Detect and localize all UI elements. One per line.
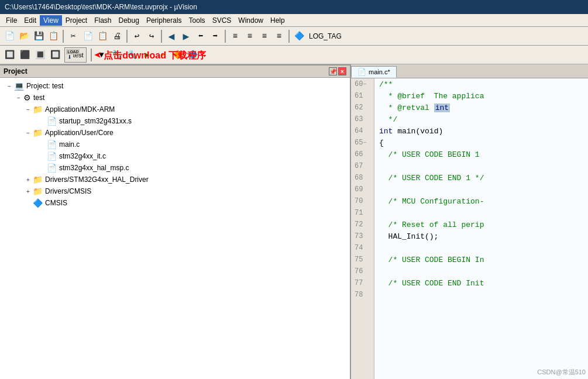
collapse-65[interactable]: − xyxy=(363,140,366,146)
panel-pin-button[interactable]: 📌 xyxy=(329,67,337,75)
hal-driver-label: Drivers/STM32G4xx_HAL_Driver xyxy=(45,175,149,184)
format4-button[interactable]: ≡ xyxy=(272,29,286,43)
tree-item-startup[interactable]: 📄 startup_stm32g431xx.s xyxy=(0,115,350,127)
menu-view[interactable]: View xyxy=(40,15,62,26)
expander-target[interactable]: − xyxy=(14,95,23,101)
panel-close-button[interactable]: × xyxy=(338,67,346,75)
cmsis-driver-label: Drivers/CMSIS xyxy=(45,187,91,195)
expander-mdk-arm[interactable]: − xyxy=(23,106,33,113)
tree-item-it-c[interactable]: 📄 stm32g4xx_it.c xyxy=(0,150,350,162)
code-line-74 xyxy=(379,242,583,254)
project-panel: Project 📌 × − 💻 Project: test − ⚙ test xyxy=(0,64,351,379)
tree-item-cmsis[interactable]: 🔷 CMSIS xyxy=(0,197,350,209)
tab-main-c[interactable]: 📄 main.c* xyxy=(351,66,397,78)
hal-msp-label: stm32g4xx_hal_msp.c xyxy=(59,164,129,172)
mdk-arm-label: Application/MDK-ARM xyxy=(45,105,115,113)
code-line-73: HAL_Init(); xyxy=(379,230,583,242)
code-line-70: /* MCU Configuration- xyxy=(379,195,583,207)
undo-button[interactable]: ↩ xyxy=(130,29,144,43)
retval-int-highlight: int xyxy=(434,104,450,112)
menu-project[interactable]: Project xyxy=(62,15,91,26)
line-num-65: 65 − xyxy=(355,137,370,149)
menu-peripherals[interactable]: Peripherals xyxy=(143,15,185,26)
code-line-61: * @brief The applica xyxy=(379,90,583,102)
menu-help[interactable]: Help xyxy=(267,15,288,26)
line-num-68: 68 xyxy=(355,172,370,184)
code-content: 60 − 61 62 63 64 65 − 66 67 68 69 70 71 … xyxy=(351,78,588,379)
copy-button[interactable]: 📄 xyxy=(81,29,95,43)
save-all-button[interactable]: 📋 xyxy=(46,29,60,43)
menu-file[interactable]: File xyxy=(2,15,20,26)
line-num-76: 76 xyxy=(355,266,370,277)
target-icon: ⚙ xyxy=(23,93,31,102)
paste-button[interactable]: 📋 xyxy=(95,29,109,43)
sep2 xyxy=(126,30,128,43)
cut-button[interactable]: ✂ xyxy=(66,29,80,43)
menu-svcs[interactable]: SVCS xyxy=(209,15,235,26)
build-btn1[interactable]: 🔲 xyxy=(2,48,16,62)
expander-cmsis-driver[interactable]: + xyxy=(23,188,33,195)
nav1-button[interactable]: ⬅ xyxy=(194,29,208,43)
tree-item-cmsis-driver[interactable]: + 📁 Drivers/CMSIS xyxy=(0,185,350,197)
expander-project[interactable]: − xyxy=(5,83,14,89)
code-line-65: { xyxy=(379,137,583,149)
tree-item-target[interactable]: − ⚙ test xyxy=(0,92,350,104)
download-button[interactable]: LOAD ⬇ test xyxy=(64,47,87,63)
line-num-69: 69 xyxy=(355,184,370,195)
tree-item-hal-msp[interactable]: 📄 stm32g4xx_hal_msp.c xyxy=(0,162,350,174)
code-line-66: /* USER CODE BEGIN 1 xyxy=(379,149,583,160)
toolbar2: 🔲 ⬛ 🔳 🔲 LOAD ⬇ test ➤ 点击download 下载程序 ▼ … xyxy=(0,46,588,64)
tree-item-project[interactable]: − 💻 Project: test xyxy=(0,80,350,92)
menu-flash[interactable]: Flash xyxy=(91,15,115,26)
annotation-container: ➤ 点击download 下载程序 xyxy=(94,48,206,64)
code-line-69 xyxy=(379,184,583,195)
user-core-label: Application/User/Core xyxy=(45,129,114,137)
redo-button[interactable]: ↪ xyxy=(145,29,159,43)
logo-button[interactable]: 🔷 xyxy=(292,29,306,43)
watermark: CSDN@常温510 xyxy=(537,368,586,377)
new-file-button[interactable]: 📄 xyxy=(2,29,16,43)
line-num-74: 74 xyxy=(355,242,370,254)
expander-hal-driver[interactable]: + xyxy=(23,177,33,183)
print-button[interactable]: 🖨 xyxy=(110,29,124,43)
load-label: LOAD xyxy=(66,49,80,54)
forward-button[interactable]: ▶ xyxy=(179,29,193,43)
open-file-button[interactable]: 📂 xyxy=(17,29,31,43)
format2-button[interactable]: ≡ xyxy=(243,29,257,43)
format3-button[interactable]: ≡ xyxy=(257,29,271,43)
code-area[interactable]: /** * @brief The applica * @retval int *… xyxy=(374,78,588,379)
tree-item-user-core[interactable]: − 📁 Application/User/Core xyxy=(0,127,350,139)
annotation-text: 点击download 下载程序 xyxy=(104,50,206,62)
build-btn3[interactable]: 🔳 xyxy=(33,48,47,62)
menubar: File Edit View Project Flash Debug Perip… xyxy=(0,14,588,27)
line-num-75: 75 xyxy=(355,254,370,266)
target-label: test xyxy=(33,94,44,102)
sep5 xyxy=(288,30,290,43)
panel-controls: 📌 × xyxy=(329,67,346,75)
save-button[interactable]: 💾 xyxy=(32,29,46,43)
tree-item-mdk-arm[interactable]: − 📁 Application/MDK-ARM xyxy=(0,104,350,115)
folder-mdk-arm-icon: 📁 xyxy=(33,105,43,114)
tree-item-hal-driver[interactable]: + 📁 Drivers/STM32G4xx_HAL_Driver xyxy=(0,174,350,185)
line-num-73: 73 xyxy=(355,230,370,242)
code-tabs: 📄 main.c* xyxy=(351,64,588,78)
menu-debug[interactable]: Debug xyxy=(115,15,143,26)
nav2-button[interactable]: ➡ xyxy=(208,29,222,43)
main-c-label: main.c xyxy=(59,140,80,149)
format1-button[interactable]: ≡ xyxy=(228,29,242,43)
back-button[interactable]: ◀ xyxy=(164,29,178,43)
line-num-71: 71 xyxy=(355,207,370,219)
build-btn4[interactable]: 🔲 xyxy=(48,48,62,62)
menu-window[interactable]: Window xyxy=(235,15,267,26)
line-num-63: 63 xyxy=(355,113,370,125)
code-line-63: */ xyxy=(379,113,583,125)
menu-edit[interactable]: Edit xyxy=(20,15,40,26)
expander-user-core[interactable]: − xyxy=(23,130,33,136)
build-btn2[interactable]: ⬛ xyxy=(18,48,32,62)
code-line-62: * @retval int xyxy=(379,102,583,113)
line-num-64: 64 xyxy=(355,125,370,137)
collapse-60[interactable]: − xyxy=(363,81,366,88)
menu-tools[interactable]: Tools xyxy=(185,15,209,26)
tree-item-main-c[interactable]: 📄 main.c xyxy=(0,139,350,150)
file-it-c-icon: 📄 xyxy=(47,151,57,161)
